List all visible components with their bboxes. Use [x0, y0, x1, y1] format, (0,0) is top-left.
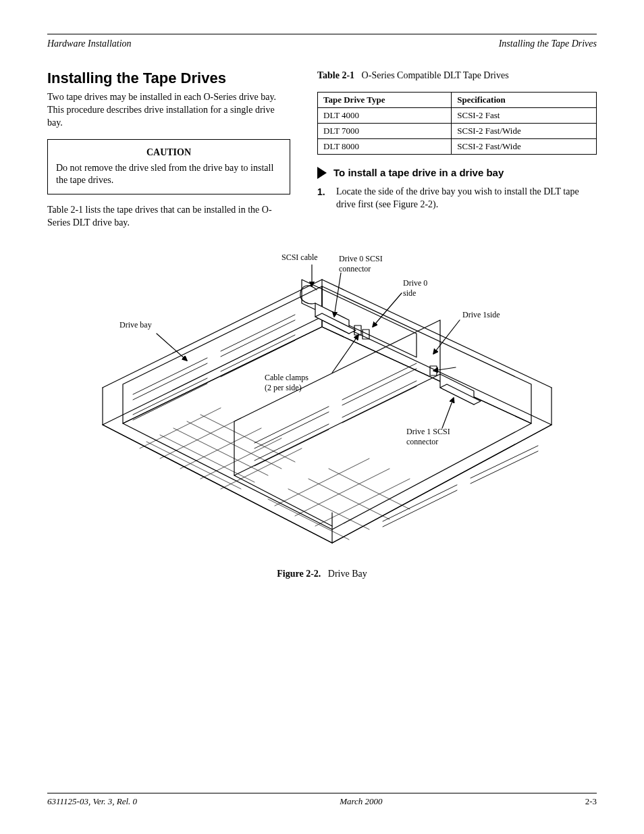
svg-line-50	[329, 469, 410, 509]
svg-line-29	[342, 386, 417, 423]
svg-line-48	[288, 489, 369, 529]
step-number: 1.	[317, 186, 329, 211]
table-caption: Table 2-1 O-Series Compatible DLT Tape D…	[317, 70, 597, 82]
page-footer: 6311125-03, Ver. 3, Rel. 0 March 2000 2-…	[47, 793, 597, 807]
svg-line-23	[254, 412, 329, 448]
svg-line-44	[275, 459, 369, 506]
section-heading: Installing the Tape Drives	[47, 70, 290, 87]
arrow-icon	[317, 167, 327, 179]
callout-drive-bay: Drive bay	[119, 320, 152, 330]
figure-caption-ref: Figure 2-2.	[277, 569, 321, 579]
procedure-header: To install a tape drive in a drive bay	[317, 167, 597, 179]
callout-drive0-side: Drive 0 side	[403, 278, 427, 298]
table-row: DLT 8000 SCSI-2 Fast/Wide	[318, 138, 597, 154]
svg-line-40	[160, 418, 241, 459]
table-row: DLT 4000 SCSI-2 Fast	[318, 107, 597, 123]
svg-line-20	[221, 335, 295, 371]
header-right: Installing the Tape Drives	[499, 38, 597, 49]
svg-line-59	[157, 334, 187, 361]
procedure-step: 1. Locate the side of the drive bay you …	[317, 186, 597, 211]
table-cell: DLT 7000	[318, 123, 452, 138]
svg-marker-11	[322, 286, 531, 423]
callout-cable-clamps: Cable clamps (2 per side)	[265, 373, 308, 392]
svg-line-45	[295, 469, 390, 516]
svg-line-16	[133, 378, 207, 415]
table-caption-text: O-Series Compatible DLT Tape Drives	[362, 70, 509, 80]
svg-line-33	[471, 451, 538, 484]
callout-drive1-side: Drive 1side	[462, 310, 500, 319]
table-row: Tape Drive Type Specification	[318, 92, 597, 107]
svg-line-19	[221, 320, 295, 357]
svg-line-27	[342, 369, 417, 405]
caution-label: CAUTION	[56, 147, 281, 159]
spec-table: Tape Drive Type Specification DLT 4000 S…	[317, 92, 597, 155]
svg-line-35	[160, 435, 254, 482]
footer-page-number: 2-3	[585, 796, 597, 807]
figure: Drive bay SCSI cable Drive 0 SCSI connec…	[65, 253, 579, 563]
svg-line-22	[254, 407, 329, 443]
svg-line-39	[140, 408, 221, 448]
callout-drive1-connector: Drive 1 SCSI connector	[406, 427, 450, 446]
svg-line-7	[103, 425, 332, 543]
table-cell: SCSI-2 Fast/Wide	[452, 138, 597, 154]
svg-line-41	[180, 428, 261, 469]
drive-bay-illustration	[65, 253, 579, 563]
intro-paragraph: Two tape drives may be installed in each…	[47, 91, 290, 130]
svg-line-43	[221, 448, 302, 489]
figure-caption-text: Drive Bay	[328, 569, 367, 579]
svg-line-3	[103, 280, 322, 388]
callout-scsi-cable: SCSI cable	[281, 253, 318, 262]
svg-marker-12	[234, 320, 440, 475]
step-text: Locate the side of the drive bay you wis…	[336, 186, 597, 211]
table-cell: DLT 4000	[318, 107, 452, 123]
footer-left: 6311125-03, Ver. 3, Rel. 0	[47, 796, 137, 807]
svg-line-66	[442, 398, 454, 428]
svg-line-34	[146, 442, 241, 489]
svg-line-30	[383, 485, 457, 521]
svg-line-15	[133, 363, 207, 400]
svg-line-24	[254, 424, 329, 461]
svg-line-46	[315, 479, 410, 526]
table-header-cell: Specification	[457, 95, 506, 105]
svg-line-38	[200, 415, 295, 462]
table-row: DLT 7000 SCSI-2 Fast/Wide	[318, 123, 597, 138]
svg-line-49	[308, 479, 390, 519]
svg-line-26	[342, 363, 417, 400]
header-left: Hardware Installation	[47, 38, 132, 49]
svg-line-28	[342, 381, 417, 417]
svg-marker-1	[123, 327, 531, 529]
procedure-title: To install a tape drive in a drive bay	[333, 167, 504, 178]
callout-drive0-connector: Drive 0 SCSI connector	[339, 254, 383, 273]
caution-box: CAUTION Do not remove the drive sled fro…	[47, 139, 290, 195]
running-header: Hardware Installation Installing the Tap…	[47, 38, 597, 49]
table-intro-paragraph: Table 2-1 lists the tape drives that can…	[47, 204, 290, 230]
figure-caption: Figure 2-2. Drive Bay	[47, 569, 597, 579]
table-header-cell: Tape Drive Type	[323, 95, 385, 105]
svg-marker-10	[123, 286, 322, 423]
table-cell: SCSI-2 Fast/Wide	[452, 123, 597, 138]
caution-text: Do not remove the drive sled from the dr…	[56, 163, 273, 186]
table-cell: DLT 8000	[318, 138, 452, 154]
header-rule	[47, 34, 597, 34]
svg-line-47	[268, 499, 349, 540]
table-caption-ref: Table 2-1	[317, 70, 354, 80]
table-cell: SCSI-2 Fast	[452, 107, 597, 123]
footer-center: March 2000	[340, 796, 382, 807]
